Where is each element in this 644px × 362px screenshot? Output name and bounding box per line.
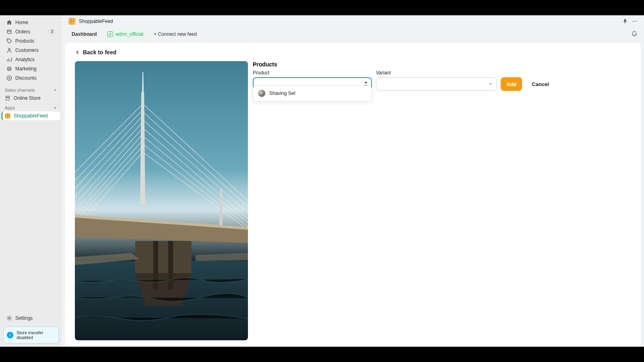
back-label: Back to feed xyxy=(83,49,116,56)
product-option-label: Shaving Set xyxy=(269,90,295,96)
nav-shoppablefeed[interactable]: ShoppableFeed xyxy=(2,111,60,120)
tiktok-icon xyxy=(107,31,113,37)
nav-home[interactable]: Home xyxy=(3,18,59,27)
tab-feed[interactable]: wdnn_official xyxy=(104,29,147,39)
nav-label: Home xyxy=(15,20,28,25)
nav-label: Customers xyxy=(15,47,39,53)
svg-rect-35 xyxy=(135,241,192,273)
product-option[interactable]: Shaving Set xyxy=(253,87,372,99)
nav-settings[interactable]: Settings xyxy=(3,314,59,323)
app-header: ShoppableFeed xyxy=(62,15,644,27)
nav-label: Discounts xyxy=(15,75,37,81)
products-heading: Products xyxy=(253,61,631,68)
customers-icon xyxy=(6,47,12,53)
nav-products[interactable]: Products xyxy=(3,37,59,45)
nav-marketing[interactable]: Marketing xyxy=(3,64,59,73)
svg-point-9 xyxy=(633,21,634,22)
more-icon[interactable] xyxy=(632,19,638,24)
discounts-icon xyxy=(6,75,12,81)
nav-label: Online Store xyxy=(14,95,41,101)
orders-badge: 3 xyxy=(48,29,56,35)
app-icon xyxy=(68,18,76,25)
orders-icon xyxy=(6,29,12,35)
tab-feed-label: wdnn_official xyxy=(116,31,143,37)
tab-dashboard[interactable]: Dashboard xyxy=(68,29,100,39)
svg-point-3 xyxy=(7,67,11,71)
nav-discounts[interactable]: Discounts xyxy=(3,74,59,82)
app-icon xyxy=(5,113,10,119)
cancel-button[interactable]: Cancel xyxy=(526,77,555,91)
store-transfer-banner: i Store transfer disabled xyxy=(3,327,59,343)
content-card: Back to feed xyxy=(65,43,641,347)
bell-icon[interactable] xyxy=(631,31,638,37)
video-preview xyxy=(75,61,248,340)
nav-label: Products xyxy=(15,38,34,44)
tab-connect-new[interactable]: + Connect new feed xyxy=(151,29,200,39)
info-icon: i xyxy=(7,332,13,338)
product-thumb xyxy=(258,90,265,97)
form-column: Products Product Shaving Set xyxy=(253,61,631,340)
nav-label: Orders xyxy=(15,29,30,35)
svg-point-10 xyxy=(634,21,635,22)
arrow-left-icon xyxy=(75,49,80,55)
back-to-feed[interactable]: Back to feed xyxy=(75,49,631,56)
banner-text: Store transfer disabled xyxy=(17,330,55,340)
variant-label: Variant xyxy=(376,70,497,76)
home-icon xyxy=(6,20,12,25)
svg-rect-0 xyxy=(7,30,11,33)
product-dropdown: Shaving Set xyxy=(253,85,372,101)
pin-icon[interactable] xyxy=(622,19,628,24)
section-sales-channels[interactable]: Sales channels xyxy=(0,85,62,93)
nav-analytics[interactable]: Analytics xyxy=(3,55,59,64)
nav-label: Settings xyxy=(15,315,33,321)
nav-customers[interactable]: Customers xyxy=(3,46,59,55)
nav-label: Marketing xyxy=(15,66,37,72)
chevron-right-icon xyxy=(53,88,57,92)
svg-rect-38 xyxy=(168,241,173,289)
section-apps[interactable]: Apps xyxy=(0,103,62,111)
nav-label: Analytics xyxy=(15,57,35,62)
gear-icon xyxy=(6,315,12,321)
nav-orders[interactable]: Orders 3 xyxy=(3,27,59,36)
svg-point-7 xyxy=(10,78,10,79)
svg-point-6 xyxy=(8,77,9,78)
main: ShoppableFeed Dashboard wdnn_official + … xyxy=(62,15,644,347)
svg-point-11 xyxy=(636,21,637,22)
product-label: Product xyxy=(253,70,372,76)
app-title: ShoppableFeed xyxy=(79,19,113,24)
store-icon xyxy=(5,95,10,101)
variant-select[interactable] xyxy=(376,77,497,91)
marketing-icon xyxy=(6,66,12,72)
nav-online-store[interactable]: Online Store xyxy=(2,94,60,103)
chevron-right-icon xyxy=(53,106,57,110)
sidebar: Home Orders 3 Products Customers Analyti… xyxy=(0,15,62,347)
tabbar: Dashboard wdnn_official + Connect new fe… xyxy=(62,27,644,43)
chevron-down-icon xyxy=(488,82,493,86)
svg-point-4 xyxy=(8,68,10,70)
nav-label: ShoppableFeed xyxy=(14,113,48,119)
products-icon xyxy=(6,38,12,44)
svg-point-8 xyxy=(8,317,10,319)
svg-point-1 xyxy=(8,39,8,40)
analytics-icon xyxy=(6,57,12,62)
svg-point-2 xyxy=(8,48,10,50)
add-button[interactable]: Add xyxy=(501,77,522,91)
